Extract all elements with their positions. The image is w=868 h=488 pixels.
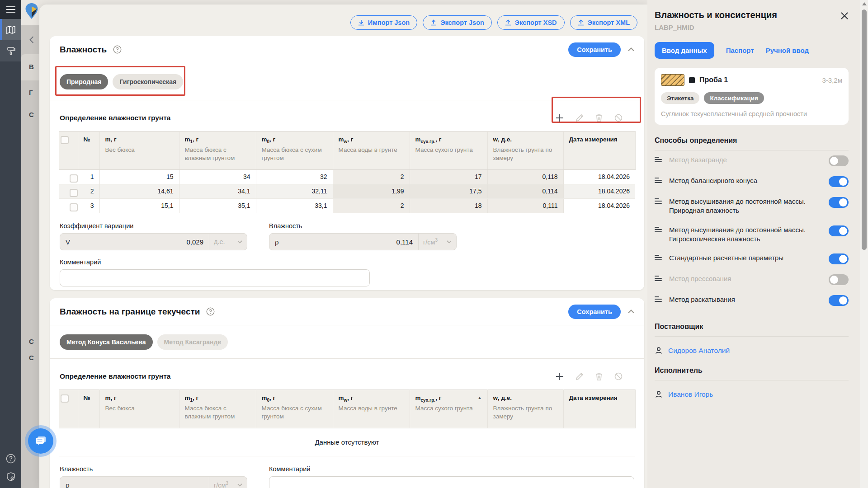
- close-icon[interactable]: [840, 12, 849, 20]
- cell-m[interactable]: 15: [99, 170, 179, 184]
- variation-unit-select[interactable]: д.е.: [209, 234, 247, 250]
- moisture-input[interactable]: ρ 0,114: [269, 234, 418, 250]
- method-toggle[interactable]: [829, 253, 849, 264]
- drag-handle-icon[interactable]: [655, 198, 663, 205]
- column-header[interactable]: w, д.е.▲ Влажность грунта по замеру: [487, 131, 563, 170]
- shield-status-icon[interactable]: [6, 472, 16, 482]
- column-header[interactable]: mw, г▲ Масса воды в грунте: [333, 390, 410, 428]
- cell-m0[interactable]: 32,11: [256, 184, 333, 199]
- chat-fab-button[interactable]: [28, 428, 53, 454]
- cell-date[interactable]: 18.04.2026: [563, 170, 635, 184]
- column-header[interactable]: mсух.гр., г▲ Масса сухого грунта: [410, 131, 487, 170]
- help-circle-icon[interactable]: [206, 307, 215, 316]
- executor-link[interactable]: Иванов Игорь: [668, 390, 713, 399]
- page-scrollbar[interactable]: [860, 0, 868, 488]
- column-header[interactable]: w, д.е.▲ Влажность грунта по замеру: [487, 390, 563, 428]
- select-all-checkbox[interactable]: [61, 136, 69, 144]
- supervisor-link[interactable]: Сидоров Анатолий: [668, 347, 730, 355]
- drag-handle-icon[interactable]: [655, 255, 663, 262]
- panel-tab[interactable]: Ввод данных: [655, 42, 714, 59]
- sample-badge[interactable]: Этикетка: [661, 92, 699, 104]
- export-button[interactable]: Импорт Json: [350, 15, 417, 30]
- drag-handle-icon[interactable]: [655, 296, 663, 303]
- cell-num[interactable]: 1: [78, 170, 99, 184]
- cell-m1[interactable]: 34: [179, 170, 256, 184]
- save-button[interactable]: Сохранить: [568, 42, 621, 57]
- method-tab[interactable]: Метод Касагранде: [157, 334, 228, 350]
- cell-m[interactable]: 15,1: [99, 199, 179, 213]
- edit-row-icon[interactable]: [576, 114, 584, 122]
- row-checkbox[interactable]: [70, 189, 78, 197]
- collapse-chevron-icon[interactable]: [628, 310, 634, 314]
- cell-m1[interactable]: 34,1: [179, 184, 256, 199]
- cell-m[interactable]: 14,61: [99, 184, 179, 199]
- method-toggle[interactable]: [829, 176, 849, 187]
- method-toggle[interactable]: [829, 295, 849, 306]
- sample-badge[interactable]: Классификация: [704, 92, 764, 104]
- moisture-unit-select[interactable]: г/см3: [209, 477, 247, 488]
- method-toggle[interactable]: [829, 274, 849, 285]
- hamburger-menu-button[interactable]: [0, 0, 21, 19]
- drag-handle-icon[interactable]: [655, 276, 663, 282]
- help-circle-icon[interactable]: [113, 45, 122, 54]
- column-header[interactable]: m1, г▲ Масса бюкса с влажным грунтом: [179, 390, 256, 428]
- cell-date[interactable]: 18.04.2026: [563, 199, 635, 213]
- select-all-checkbox[interactable]: [61, 394, 69, 403]
- variation-input[interactable]: V 0,029: [60, 234, 209, 250]
- cell-num[interactable]: 2: [78, 184, 99, 199]
- cell-m0[interactable]: 32: [256, 170, 333, 184]
- nav-map-button[interactable]: [0, 19, 21, 40]
- column-header[interactable]: m, г▲ Вес бюкса: [99, 131, 179, 170]
- delete-row-icon[interactable]: [595, 114, 603, 122]
- export-button[interactable]: Экспорт Json: [423, 15, 492, 30]
- scrollbar-up-arrow[interactable]: [862, 2, 867, 5]
- edit-row-icon[interactable]: [576, 372, 584, 380]
- cell-num[interactable]: 3: [78, 199, 99, 213]
- drag-handle-icon[interactable]: [655, 227, 663, 234]
- method-toggle[interactable]: [829, 197, 849, 208]
- moisture-type-tab[interactable]: Природная: [60, 74, 108, 89]
- scrollbar-thumb[interactable]: [862, 9, 867, 250]
- comment-textarea[interactable]: [60, 269, 370, 286]
- row-checkbox[interactable]: [70, 203, 78, 211]
- save-button[interactable]: Сохранить: [568, 305, 621, 319]
- nav-paint-button[interactable]: [0, 40, 21, 61]
- method-tab[interactable]: Метод Конуса Васильева: [60, 334, 153, 350]
- row-checkbox[interactable]: [70, 174, 78, 183]
- cancel-icon[interactable]: [614, 114, 623, 122]
- column-header[interactable]: mw, г▲ Масса воды в грунте: [333, 131, 410, 170]
- column-header[interactable]: m0, г▲ Масса бюкса с сухим грунтом: [256, 131, 333, 170]
- column-header[interactable]: №▲: [78, 131, 99, 170]
- moisture-type-tab[interactable]: Гигроскопическая: [113, 74, 183, 89]
- column-header[interactable]: Дата измерения▲: [563, 390, 635, 428]
- comment-textarea[interactable]: [269, 476, 634, 488]
- column-header[interactable]: mсух.гр., г▲ Масса сухого грунта: [410, 390, 487, 428]
- panel-tab[interactable]: Ручной ввод: [766, 47, 809, 54]
- column-header[interactable]: Дата измерения▲: [563, 131, 635, 170]
- drag-handle-icon[interactable]: [655, 178, 663, 184]
- column-header[interactable]: m, г▲ Вес бюкса: [99, 390, 179, 428]
- column-header[interactable]: №▲: [78, 390, 99, 428]
- add-row-icon[interactable]: [556, 372, 564, 380]
- export-button[interactable]: Экспорт XML: [570, 15, 637, 30]
- sample-card[interactable]: Проба 1 3-3,2м Этикетка Классификация Су…: [655, 68, 849, 125]
- method-toggle[interactable]: [829, 155, 849, 166]
- drag-handle-icon[interactable]: [655, 157, 663, 164]
- cell-date[interactable]: 18.04.2026: [563, 184, 635, 199]
- cell-m0[interactable]: 33,1: [256, 199, 333, 213]
- collapse-chevron-icon[interactable]: [628, 47, 634, 52]
- cell-w: 0,111: [487, 199, 563, 213]
- cell-m1[interactable]: 35,1: [179, 199, 256, 213]
- add-row-icon[interactable]: [556, 114, 564, 122]
- help-circle-icon[interactable]: [6, 454, 16, 464]
- method-toggle[interactable]: [829, 225, 849, 236]
- column-header[interactable]: m1, г▲ Масса бюкса с влажным грунтом: [179, 131, 256, 170]
- cancel-icon[interactable]: [614, 372, 623, 380]
- moisture-input[interactable]: ρ: [60, 477, 209, 488]
- back-chevron-icon[interactable]: [29, 36, 34, 43]
- export-button[interactable]: Экспорт XSD: [497, 15, 565, 30]
- moisture-unit-select[interactable]: г/см3: [418, 234, 456, 250]
- column-header[interactable]: m0, г▲ Масса бюкса с сухим грунтом: [256, 390, 333, 428]
- panel-tab[interactable]: Паспорт: [726, 47, 754, 54]
- delete-row-icon[interactable]: [595, 372, 603, 380]
